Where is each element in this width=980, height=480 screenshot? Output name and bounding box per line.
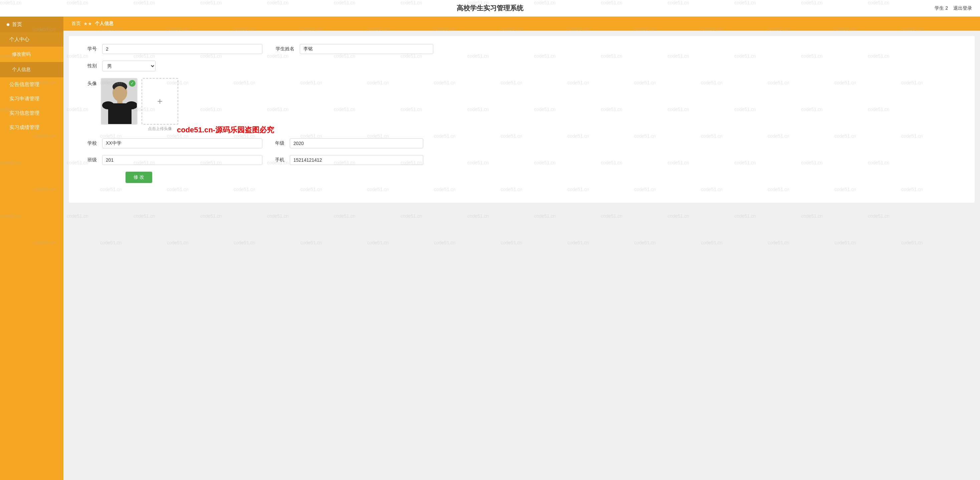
top-header: 高校学生实习管理系统 学生 2 退出登录 [0,0,980,17]
sidebar-item-personal-center[interactable]: 个人中心 [0,32,64,47]
school-input[interactable] [102,138,262,148]
row-school-grade: 学校 年级 [77,138,967,148]
row-student-id-name: 学号 学生姓名 [77,44,967,54]
gender-select[interactable]: 男 女 [102,61,156,71]
breadcrumb-current: 个人信息 [95,21,113,27]
student-id-label: 学号 [77,46,97,52]
avatar-section: 头像 [77,78,967,131]
logout-button[interactable]: 退出登录 [953,5,972,11]
sidebar-item-internship-apply[interactable]: 实习申请管理 [0,92,64,106]
row-class-phone: 班级 手机 [77,155,967,165]
sidebar-item-change-password[interactable]: 修改密码 [0,47,64,62]
content-area: 学号 学生姓名 性别 男 女 头像 [69,36,975,203]
gender-label: 性别 [77,63,97,69]
svg-point-3 [113,86,127,101]
student-id-input[interactable] [102,44,262,54]
breadcrumb: 首页 ★★ 个人信息 [64,17,980,31]
student-name-input[interactable] [300,44,433,54]
svg-point-7 [126,101,137,109]
phone-label: 手机 [268,157,285,163]
sidebar-item-announcement[interactable]: 公告信息管理 [0,77,64,92]
grade-input[interactable] [290,138,423,148]
grade-label: 年级 [268,140,285,146]
school-label: 学校 [77,140,97,146]
user-info: 学生 2 [935,5,948,11]
row-gender: 性别 男 女 [77,61,967,71]
submit-button[interactable]: 修 改 [126,172,152,183]
breadcrumb-home[interactable]: 首页 [72,21,81,27]
svg-point-6 [102,101,114,109]
class-label: 班级 [77,157,97,163]
sidebar-item-personal-info[interactable]: 个人信息 [0,62,64,77]
row-submit: 修 改 [77,172,967,183]
sidebar-item-home[interactable]: 首页 [0,17,64,32]
avatar-check-icon: ✓ [129,80,135,87]
avatar-label: 头像 [77,78,97,87]
breadcrumb-sep: ★★ [83,21,92,26]
avatar-upload-hint: 点击上传头像 [148,126,172,131]
app-title: 高校学生实习管理系统 [457,4,523,13]
sidebar: 首页 个人中心 修改密码 个人信息 公告信息管理 实习申请管理 实习信息管理 实… [0,17,64,480]
avatar-upload-box[interactable]: + [142,78,178,125]
phone-input[interactable] [290,155,423,165]
svg-rect-4 [117,99,123,104]
sidebar-item-internship-result[interactable]: 实习成绩管理 [0,120,64,135]
student-name-label: 学生姓名 [268,46,294,52]
sidebar-item-internship-info[interactable]: 实习信息管理 [0,106,64,120]
plus-icon: + [157,96,162,107]
avatar-current: ✓ [101,78,137,125]
class-input[interactable] [102,155,262,165]
main-content: 首页 ★★ 个人信息 学号 学生姓名 性别 男 女 [64,17,980,480]
